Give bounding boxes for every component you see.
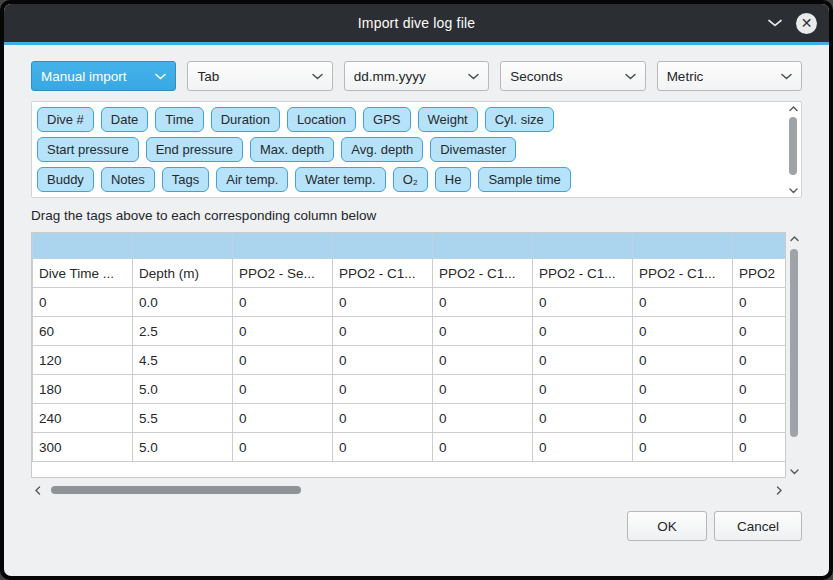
tag-pill[interactable]: Air temp. — [216, 167, 288, 192]
column-drop-target[interactable] — [433, 234, 533, 259]
tag-pill[interactable]: Sample depth — [37, 197, 137, 198]
table-cell: 0 — [233, 288, 333, 317]
column-header: Dive Time ... — [33, 259, 133, 288]
tag-pill[interactable]: Weight — [418, 107, 478, 132]
table-cell: 0 — [733, 433, 787, 462]
table-cell: 0 — [233, 433, 333, 462]
ok-button[interactable]: OK — [627, 511, 707, 541]
scrollbar-track[interactable] — [785, 115, 801, 184]
table-cell: 0 — [733, 375, 787, 404]
scrollbar-thumb[interactable] — [790, 249, 798, 437]
scrollbar-thumb[interactable] — [789, 117, 797, 175]
table-cell: 4.5 — [133, 346, 233, 375]
table-row: 00.0000000 — [33, 288, 787, 317]
scroll-up-icon[interactable] — [790, 232, 799, 245]
units-combo[interactable]: Metric — [657, 61, 802, 91]
table-cell: 0 — [333, 404, 433, 433]
table-cell: 0 — [333, 288, 433, 317]
table-row: 2405.5000000 — [33, 404, 787, 433]
tag-pill[interactable]: GPS — [363, 107, 410, 132]
tag-pill[interactable]: Tags — [162, 167, 209, 192]
table-row: 1805.0000000 — [33, 375, 787, 404]
table-cell: 0 — [33, 288, 133, 317]
duration-format-combo[interactable]: Seconds — [500, 61, 645, 91]
tag-pill[interactable]: Max. depth — [250, 137, 334, 162]
table-cell: 5.0 — [133, 433, 233, 462]
column-drop-target[interactable] — [333, 234, 433, 259]
column-header: Depth (m) — [133, 259, 233, 288]
table-cell: 0 — [233, 404, 333, 433]
column-drop-target[interactable] — [33, 234, 133, 259]
column-drop-target[interactable] — [633, 234, 733, 259]
tag-rows: Dive #DateTimeDurationLocationGPSWeightC… — [37, 107, 779, 198]
table-body: 00.0000000602.50000001204.50000001805.00… — [33, 288, 787, 462]
tag-pill[interactable]: Location — [287, 107, 356, 132]
chevron-down-icon — [468, 73, 479, 80]
preview-table-clip: Dive Time ...Depth (m)PPO2 - Se...PPO2 -… — [31, 232, 786, 478]
tag-pill[interactable]: Sample pO₂ — [251, 197, 341, 198]
field-separator-combo[interactable]: Tab — [187, 61, 332, 91]
tag-pill[interactable]: Buddy — [37, 167, 94, 192]
preview-table-area: Dive Time ...Depth (m)PPO2 - Se...PPO2 -… — [31, 232, 802, 478]
column-header: PPO2 - C1... — [333, 259, 433, 288]
preview-table: Dive Time ...Depth (m)PPO2 - Se...PPO2 -… — [32, 233, 786, 462]
scroll-left-icon[interactable] — [31, 486, 45, 495]
table-cell: 180 — [33, 375, 133, 404]
cancel-button[interactable]: Cancel — [714, 511, 802, 541]
tag-pill[interactable]: End pressure — [146, 137, 243, 162]
tag-row: BuddyNotesTagsAir temp.Water temp.O₂HeSa… — [37, 167, 779, 192]
tag-row: Dive #DateTimeDurationLocationGPSWeightC… — [37, 107, 779, 132]
titlebar[interactable]: Import dive log file ✕ — [4, 4, 829, 42]
tag-pill[interactable]: Sample temp. — [144, 197, 244, 198]
column-drop-target[interactable] — [533, 234, 633, 259]
table-cell: 0 — [433, 288, 533, 317]
table-cell: 120 — [33, 346, 133, 375]
tags-scrollbar[interactable] — [785, 102, 801, 197]
table-cell: 0 — [533, 317, 633, 346]
scrollbar-track[interactable] — [786, 245, 802, 465]
chevron-down-icon[interactable] — [768, 19, 782, 27]
scroll-up-icon[interactable] — [789, 102, 798, 115]
column-drop-target[interactable] — [233, 234, 333, 259]
column-drop-target[interactable] — [733, 234, 787, 259]
tag-row: Start pressureEnd pressureMax. depthAvg.… — [37, 137, 779, 162]
scroll-down-icon[interactable] — [790, 465, 799, 478]
table-cell: 60 — [33, 317, 133, 346]
tag-pill[interactable]: Sample CNS — [349, 197, 444, 198]
tag-pill[interactable]: Dive # — [37, 107, 94, 132]
tag-pill[interactable]: Date — [101, 107, 148, 132]
tag-pill[interactable]: Time — [155, 107, 203, 132]
import-type-combo[interactable]: Manual import — [31, 61, 176, 91]
table-vertical-scrollbar[interactable] — [786, 232, 802, 478]
table-cell: 5.0 — [133, 375, 233, 404]
chevron-down-icon — [312, 73, 323, 80]
scrollbar-track[interactable] — [45, 482, 772, 498]
window-title: Import dive log file — [4, 15, 829, 31]
tag-pill[interactable]: Start pressure — [37, 137, 139, 162]
tag-pill[interactable]: O₂ — [393, 167, 428, 192]
date-format-combo[interactable]: dd.mm.yyyy — [344, 61, 489, 91]
close-icon[interactable]: ✕ — [796, 13, 817, 34]
scroll-right-icon[interactable] — [772, 486, 786, 495]
tag-pill[interactable]: Cyl. size — [485, 107, 554, 132]
table-cell: 5.5 — [133, 404, 233, 433]
tag-pill[interactable]: He — [435, 167, 472, 192]
table-horizontal-scrollbar[interactable] — [31, 482, 786, 498]
column-header: PPO2 - C1... — [433, 259, 533, 288]
dialog-body: Manual import Tab dd.mm.yyyy — [4, 45, 829, 576]
drag-hint-label: Drag the tags above to each correspondin… — [31, 208, 802, 223]
scrollbar-thumb[interactable] — [51, 486, 301, 494]
tag-pill[interactable]: Water temp. — [295, 167, 385, 192]
table-cell: 0 — [733, 317, 787, 346]
table-cell: 300 — [33, 433, 133, 462]
scroll-down-icon[interactable] — [789, 184, 798, 197]
tag-pill[interactable]: Duration — [211, 107, 280, 132]
tag-pill[interactable]: Divemaster — [430, 137, 516, 162]
tag-pill[interactable]: Sample time — [478, 167, 570, 192]
table-header-row: Dive Time ...Depth (m)PPO2 - Se...PPO2 -… — [33, 259, 787, 288]
tag-pill[interactable]: Avg. depth — [341, 137, 423, 162]
table-cell: 0 — [233, 346, 333, 375]
table-cell: 240 — [33, 404, 133, 433]
column-drop-target[interactable] — [133, 234, 233, 259]
tag-pill[interactable]: Notes — [101, 167, 155, 192]
